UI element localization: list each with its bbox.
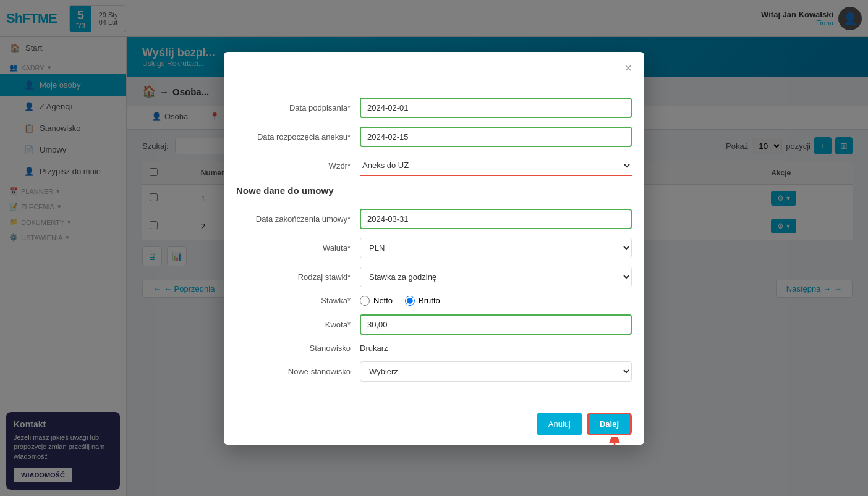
stawka-brutto-radio[interactable] — [405, 296, 415, 306]
waluta-label: Waluta* — [236, 243, 360, 253]
kwota-field — [360, 314, 632, 335]
data-rozpoczecia-label: Data rozpoczęcia aneksu* — [236, 132, 360, 141]
data-rozpoczecia-field — [360, 127, 632, 147]
form-row-stanowisko: Stanowisko Drukarz — [236, 343, 632, 353]
modal-dialog: × Data podpisania* Data rozpoczęcia anek… — [224, 52, 644, 445]
form-row-data-rozpoczecia: Data rozpoczęcia aneksu* — [236, 127, 632, 147]
stawka-radio-group: Netto Brutto — [360, 296, 632, 306]
data-zakonczenia-label: Data zakończenia umowy* — [236, 214, 360, 224]
data-podpisania-field — [360, 98, 632, 118]
stawka-brutto-option[interactable]: Brutto — [405, 296, 440, 306]
nowe-stanowisko-field: Wybierz — [360, 361, 632, 382]
rodzaj-stawki-label: Rodzaj stawki* — [236, 272, 360, 282]
modal-footer: Anuluj Dalej — [224, 403, 644, 445]
modal-footer-container: Anuluj Dalej — [224, 403, 644, 445]
form-row-stawka: Stawka* Netto Brutto — [236, 296, 632, 306]
wzor-label: Wzór* — [236, 161, 360, 170]
waluta-field: PLN EUR USD — [360, 238, 632, 258]
wzor-select[interactable]: Aneks do UZ Umowa o pracę Umowa zlecenie — [360, 156, 632, 176]
rodzaj-stawki-select[interactable]: Stawka za godzinę Stawka dzienna Stawka … — [360, 267, 632, 287]
form-row-kwota: Kwota* — [236, 314, 632, 335]
form-row-data-zakonczenia: Data zakończenia umowy* — [236, 209, 632, 229]
data-podpisania-label: Data podpisania* — [236, 103, 360, 112]
stawka-netto-option[interactable]: Netto — [360, 296, 393, 306]
form-row-wzor: Wzór* Aneks do UZ Umowa o pracę Umowa zl… — [236, 156, 632, 176]
stanowisko-value: Drukarz — [360, 339, 388, 357]
form-row-rodzaj-stawki: Rodzaj stawki* Stawka za godzinę Stawka … — [236, 267, 632, 287]
data-podpisania-input[interactable] — [360, 98, 632, 118]
data-zakonczenia-input[interactable] — [360, 209, 632, 229]
form-row-data-podpisania: Data podpisania* — [236, 98, 632, 118]
wzor-field: Aneks do UZ Umowa o pracę Umowa zlecenie — [360, 156, 632, 176]
form-row-nowe-stanowisko: Nowe stanowisko Wybierz — [236, 361, 632, 382]
modal-close-button[interactable]: × — [624, 61, 632, 75]
stanowisko-label: Stanowisko — [236, 343, 360, 353]
section-title: Nowe dane do umowy — [236, 185, 632, 201]
cancel-button[interactable]: Anuluj — [537, 413, 582, 435]
nowe-stanowisko-select[interactable]: Wybierz — [360, 361, 632, 382]
data-rozpoczecia-input[interactable] — [360, 127, 632, 147]
stanowisko-field: Drukarz — [360, 343, 632, 353]
next-button[interactable]: Dalej — [587, 413, 632, 435]
data-zakonczenia-field — [360, 209, 632, 229]
stawka-netto-radio[interactable] — [360, 296, 370, 306]
modal-overlay: × Data podpisania* Data rozpoczęcia anek… — [0, 0, 868, 496]
nowe-stanowisko-label: Nowe stanowisko — [236, 367, 360, 376]
stawka-label: Stawka* — [236, 296, 360, 305]
modal-body: Data podpisania* Data rozpoczęcia aneksu… — [224, 85, 644, 403]
form-row-waluta: Waluta* PLN EUR USD — [236, 238, 632, 258]
kwota-label: Kwota* — [236, 320, 360, 329]
modal-header: × — [224, 52, 644, 85]
rodzaj-stawki-field: Stawka za godzinę Stawka dzienna Stawka … — [360, 267, 632, 287]
kwota-input[interactable] — [360, 314, 632, 335]
waluta-select[interactable]: PLN EUR USD — [360, 238, 632, 258]
